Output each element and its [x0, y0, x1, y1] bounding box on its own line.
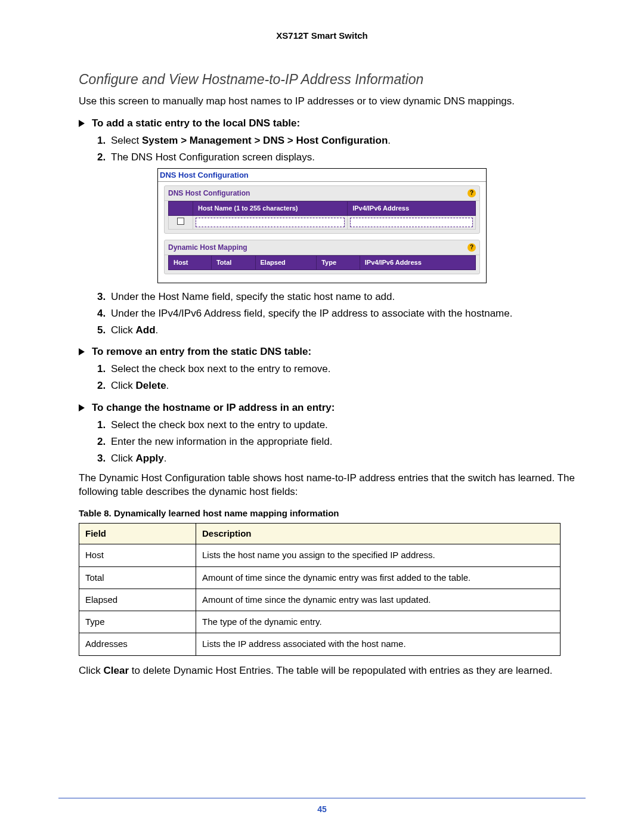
- cell-field: Type: [79, 611, 196, 633]
- footer-rule: [58, 798, 586, 798]
- arrow-icon: [79, 120, 85, 127]
- text-bold: Clear: [104, 665, 129, 676]
- cell-desc: The type of the dynamic entry.: [196, 611, 561, 633]
- address-input[interactable]: [350, 218, 473, 227]
- hostname-input[interactable]: [196, 218, 345, 227]
- th-description: Description: [196, 524, 561, 544]
- step-text: Enter the new information in the appropr…: [111, 436, 332, 447]
- step-post: .: [166, 380, 169, 391]
- proc2-heading-text: To remove an entry from the static DNS t…: [92, 345, 311, 359]
- text: to delete Dynamic Host Entries. The tabl…: [129, 665, 552, 676]
- proc2-step-1: Select the check box next to the entry t…: [109, 363, 586, 376]
- cell-field: Elapsed: [79, 589, 196, 611]
- proc1-heading: To add a static entry to the local DNS t…: [79, 117, 586, 131]
- dynamic-host-table: Host Total Elapsed Type IPv4/IPv6 Addres…: [168, 255, 476, 270]
- intro-paragraph: Use this screen to manually map host nam…: [79, 95, 586, 109]
- proc1-heading-text: To add a static entry to the local DNS t…: [92, 117, 300, 131]
- step-bold: Apply: [136, 453, 164, 464]
- table-row: HostLists the host name you assign to th…: [79, 544, 561, 566]
- step-text: Select: [111, 135, 142, 146]
- cell-field: Host: [79, 544, 196, 566]
- arrow-icon: [79, 404, 85, 411]
- desc-table: Field Description HostLists the host nam…: [79, 523, 561, 656]
- cell-desc: Lists the IP address associated with the…: [196, 633, 561, 655]
- proc1-step-1: Select System > Management > DNS > Host …: [109, 134, 586, 148]
- text: Click: [79, 665, 104, 676]
- proc3-step-3: Click Apply.: [109, 452, 586, 466]
- doc-header: XS712T Smart Switch: [58, 30, 586, 42]
- proc2-step-2: Click Delete.: [109, 379, 586, 393]
- proc3-steps: Select the check box next to the entry t…: [93, 419, 586, 466]
- proc2-heading: To remove an entry from the static DNS t…: [79, 345, 586, 359]
- step-post: .: [388, 135, 391, 146]
- proc3-heading: To change the hostname or IP address in …: [79, 401, 586, 415]
- cell-desc: Amount of time since the dynamic entry w…: [196, 589, 561, 611]
- col-type: Type: [317, 255, 360, 270]
- step-text: Select the check box next to the entry t…: [111, 419, 328, 431]
- proc1-steps-before: Select System > Management > DNS > Host …: [93, 134, 586, 337]
- table-row: TypeThe type of the dynamic entry.: [79, 611, 561, 633]
- col-select: [169, 201, 193, 215]
- proc1-step-2: The DNS Host Configuration screen displa…: [109, 151, 586, 283]
- step-text: Click: [111, 380, 136, 391]
- panel1-title: DNS Host Configuration: [168, 188, 250, 198]
- help-icon[interactable]: ?: [467, 243, 476, 252]
- window-title: DNS Host Configuration: [158, 169, 486, 182]
- row-checkbox[interactable]: [177, 218, 184, 225]
- help-icon[interactable]: ?: [467, 189, 476, 197]
- table-caption: Table 8. Dynamically learned host name m…: [79, 507, 586, 519]
- cell-desc: Amount of time since the dynamic entry w…: [196, 566, 561, 589]
- proc1-step-5: Click Add.: [109, 324, 586, 337]
- step-post: .: [164, 453, 167, 464]
- step-text: Click: [111, 324, 136, 336]
- proc3-heading-text: To change the hostname or IP address in …: [92, 401, 335, 415]
- col-total: Total: [211, 255, 255, 270]
- step-bold: System > Management > DNS > Host Configu…: [142, 135, 388, 146]
- host-config-table: Host Name (1 to 255 characters) IPv4/IPv…: [168, 201, 476, 230]
- proc1-step-4: Under the IPv4/IPv6 Address field, speci…: [109, 307, 586, 321]
- col-elapsed: Elapsed: [255, 255, 317, 270]
- step-bold: Add: [136, 324, 156, 336]
- cell-desc: Lists the host name you assign to the sp…: [196, 544, 561, 566]
- col-address: IPv4/IPv6 Address: [348, 201, 476, 215]
- cell-field: Total: [79, 566, 196, 589]
- panel2-title: Dynamic Host Mapping: [168, 243, 247, 252]
- step-text: Under the Host Name field, specify the s…: [111, 291, 395, 302]
- dynamic-host-mapping-panel: Dynamic Host Mapping ? Host Total Elapse…: [164, 240, 480, 274]
- step-post: .: [156, 324, 159, 336]
- th-field: Field: [79, 524, 196, 544]
- step-bold: Delete: [136, 380, 166, 391]
- col-host: Host: [169, 255, 212, 270]
- dns-host-config-panel: DNS Host Configuration ? Host Name (1 to…: [164, 185, 480, 234]
- col-hostname: Host Name (1 to 255 characters): [193, 201, 348, 215]
- step-text: The DNS Host Configuration screen displa…: [111, 151, 315, 163]
- table-row: AddressesLists the IP address associated…: [79, 633, 561, 655]
- proc2-steps: Select the check box next to the entry t…: [93, 363, 586, 393]
- table-row: TotalAmount of time since the dynamic en…: [79, 566, 561, 589]
- col-address: IPv4/IPv6 Address: [360, 255, 475, 270]
- proc3-step-1: Select the check box next to the entry t…: [109, 419, 586, 432]
- section-title: Configure and View Hostname-to-IP Addres…: [79, 70, 586, 89]
- clear-note: Click Clear to delete Dynamic Host Entri…: [79, 664, 586, 678]
- step-text: Under the IPv4/IPv6 Address field, speci…: [111, 308, 512, 319]
- cell-field: Addresses: [79, 633, 196, 655]
- dns-config-screenshot: DNS Host Configuration DNS Host Configur…: [157, 168, 487, 283]
- table-row: ElapsedAmount of time since the dynamic …: [79, 589, 561, 611]
- proc1-step-3: Under the Host Name field, specify the s…: [109, 290, 586, 304]
- arrow-icon: [79, 348, 85, 355]
- step-text: Select the check box next to the entry t…: [111, 363, 331, 374]
- page-number: 45: [0, 804, 644, 815]
- table-row: [169, 215, 476, 229]
- proc3-step-2: Enter the new information in the appropr…: [109, 435, 586, 449]
- dynamic-intro: The Dynamic Host Configuration table sho…: [79, 472, 586, 499]
- step-text: Click: [111, 453, 136, 464]
